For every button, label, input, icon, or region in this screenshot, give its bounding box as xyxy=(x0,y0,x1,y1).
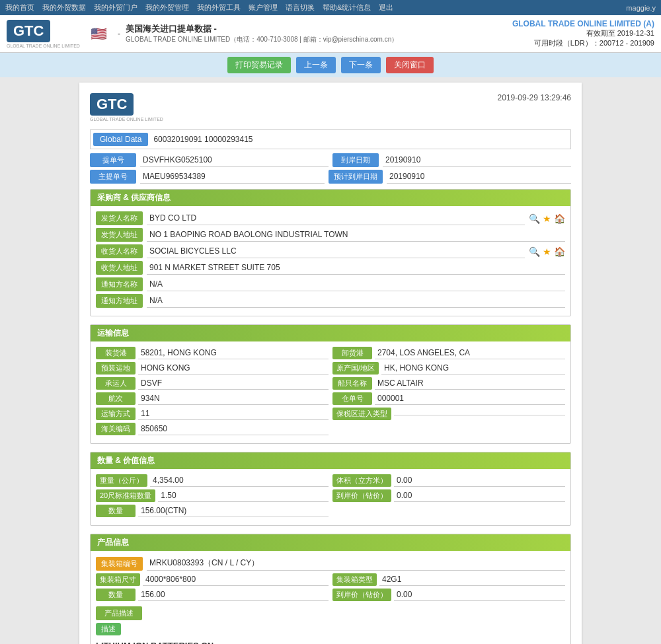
origin-port-pair: 装货港 58201, HONG KONG xyxy=(96,347,329,359)
nav-management[interactable]: 我的外贸管理 xyxy=(145,3,189,13)
consignee-name-label: 收货人名称 xyxy=(96,244,143,258)
close-button-top[interactable]: 关闭窗口 xyxy=(386,57,434,73)
arrival-price-pair: 到岸价（钻价） 0.00 xyxy=(332,489,565,502)
volume-label: 体积（立方米） xyxy=(332,474,391,487)
page-header: GTC GLOBAL TRADE ONLINE LIMITED 🇺🇸 - 美国海… xyxy=(0,15,661,53)
carrier-label: 承运人 xyxy=(96,377,136,390)
arrival-price-label: 到岸价（钻价） xyxy=(332,489,391,502)
transport-row: 运输方式 11 保税区进入类型 xyxy=(96,408,565,420)
desc-header-btn[interactable]: 描述 xyxy=(96,623,121,635)
container20-value: 1.50 xyxy=(158,489,329,502)
next-button-top[interactable]: 下一条 xyxy=(341,57,381,73)
nav-logout[interactable]: 退出 xyxy=(379,3,393,13)
nav-account[interactable]: 账户管理 xyxy=(249,3,278,13)
doc-logo-box: GTC xyxy=(90,93,134,116)
nav-trade-data[interactable]: 我的外贸数据 xyxy=(42,3,86,13)
product-section: 产品信息 集装箱编号 MRKU0803393（CN / L / CY） 集装箱尺… xyxy=(90,534,571,644)
nav-help[interactable]: 帮助&统计信息 xyxy=(323,3,371,13)
weight-value: 4,354.00 xyxy=(150,474,329,487)
shipper-star-icon[interactable]: ★ xyxy=(543,213,551,224)
pre-ship-row: 预装运地 HONG KONG 原产国/地区 HK, HONG KONG xyxy=(96,362,565,375)
doc-logo-sub: GLOBAL TRADE ONLINE LIMITED xyxy=(90,117,163,122)
consignee-name-row: 收货人名称 SOCIAL BICYCLES LLC 🔍 ★ 🏠 xyxy=(96,244,565,258)
customs-label: 海关编码 xyxy=(96,423,136,435)
dest-port-label: 卸货港 xyxy=(332,347,372,359)
validity-label: 有效期至 xyxy=(586,29,615,37)
consignee-addr-label: 收货人地址 xyxy=(96,261,143,275)
shipper-search-icon[interactable]: 🔍 xyxy=(529,213,540,224)
consignee-addr-row: 收货人地址 901 N MARKET STREET SUITE 705 xyxy=(96,261,565,275)
weight-label: 重量（公斤） xyxy=(96,474,147,487)
est-date-value: 20190910 xyxy=(387,170,571,184)
consignee-home-icon[interactable]: 🏠 xyxy=(554,246,565,257)
consignee-icons: 🔍 ★ 🏠 xyxy=(529,246,565,257)
print-button-top[interactable]: 打印贸易记录 xyxy=(227,57,291,73)
action-bar-top: 打印贸易记录 上一条 下一条 关闭窗口 xyxy=(0,53,661,77)
notify-addr-value: N/A xyxy=(147,295,565,308)
product-qty-pair: 数量 156.00 xyxy=(96,589,329,601)
bill-no-value: DSVFHKG0525100 xyxy=(140,154,329,167)
consignee-star-icon[interactable]: ★ xyxy=(543,246,551,257)
flag-separator: - xyxy=(118,29,120,38)
prev-button-top[interactable]: 上一条 xyxy=(296,57,336,73)
arrival-price2-value: 0.00 xyxy=(394,589,565,601)
container-type-value: 42G1 xyxy=(379,573,565,586)
main-document: GTC GLOBAL TRADE ONLINE LIMITED 2019-09-… xyxy=(79,83,582,644)
container20-label: 20尺标准箱数量 xyxy=(96,489,155,502)
ldr-info: 可用时段（LDR）：200712 - 201909 xyxy=(512,38,654,48)
validity-info: 有效期至 2019-12-31 xyxy=(512,28,654,38)
shipping-section-body: 装货港 58201, HONG KONG 卸货港 2704, LOS ANGEL… xyxy=(91,341,570,443)
arrival-price2-label: 到岸价（钻价） xyxy=(332,589,391,601)
nav-home[interactable]: 我的首页 xyxy=(5,3,34,13)
origin-country-pair: 原产国/地区 HK, HONG KONG xyxy=(332,362,565,375)
origin-country-value: HK, HONG KONG xyxy=(381,362,565,375)
desc-header-row: 描述 xyxy=(96,623,565,638)
global-data-row: Global Data 60032019091 10000293415 xyxy=(90,129,571,149)
arrival-date-value: 20190910 xyxy=(383,154,571,167)
product-qty-row: 数量 156.00 到岸价（钻价） 0.00 xyxy=(96,589,565,601)
shipper-name-value: BYD CO LTD xyxy=(147,212,525,225)
qty-pair: 数量 156.00(CTN) xyxy=(96,505,329,517)
container-no-value: MRKU0803393（CN / L / CY） xyxy=(147,556,565,571)
nav-language[interactable]: 语言切换 xyxy=(286,3,315,13)
product-section-body: 集装箱编号 MRKU0803393（CN / L / CY） 集装箱尺寸 400… xyxy=(91,551,570,644)
weight-pair: 重量（公斤） 4,354.00 xyxy=(96,474,329,487)
nav-portal[interactable]: 我的外贸门户 xyxy=(94,3,137,13)
nav-tools[interactable]: 我的外贸工具 xyxy=(197,3,241,13)
carrier-value: DSVF xyxy=(138,377,329,390)
pre-ship-pair: 预装运地 HONG KONG xyxy=(96,362,329,375)
shipper-addr-row: 发货人地址 NO 1 BAOPING ROAD BAOLONG INDUSTRI… xyxy=(96,228,565,242)
bill-no-label: 提单号 xyxy=(90,153,136,167)
quantity-section-header: 数量 & 价值信息 xyxy=(91,452,570,469)
consignee-addr-value: 901 N MARKET STREET SUITE 705 xyxy=(147,262,565,275)
logo: GTC GLOBAL TRADE ONLINE LIMITED xyxy=(7,20,80,48)
product-desc-section-label: 产品描述 xyxy=(96,606,142,620)
vessel-value: MSC ALTAIR xyxy=(375,377,565,390)
carrier-row: 承运人 DSVF 船只名称 MSC ALTAIR xyxy=(96,377,565,390)
notify-name-label: 通知方名称 xyxy=(96,277,143,291)
volume-pair: 体积（立方米） 0.00 xyxy=(332,474,565,487)
container-price-row: 20尺标准箱数量 1.50 到岸价（钻价） 0.00 xyxy=(96,489,565,502)
master-bill-row: 主提单号 MAEU969534389 预计到岸日期 20190910 xyxy=(90,170,571,184)
shipper-section-body: 发货人名称 BYD CO LTD 🔍 ★ 🏠 发货人地址 NO 1 BAOPIN… xyxy=(91,206,570,316)
document-header: GTC GLOBAL TRADE ONLINE LIMITED 2019-09-… xyxy=(90,93,571,122)
bill-no-row: 提单号 DSVFHKG0525100 到岸日期 20190910 xyxy=(90,153,571,167)
logo-area: GTC GLOBAL TRADE ONLINE LIMITED 🇺🇸 - 美国海… xyxy=(7,20,398,48)
shipper-section: 采购商 & 供应商信息 发货人名称 BYD CO LTD 🔍 ★ 🏠 发货人地址… xyxy=(90,189,571,316)
consignee-search-icon[interactable]: 🔍 xyxy=(529,246,540,257)
shipper-addr-value: NO 1 BAOPING ROAD BAOLONG INDUSTRIAL TOW… xyxy=(147,229,565,242)
desc-label-row: 产品描述 xyxy=(96,606,565,620)
customs-value: 850650 xyxy=(138,423,329,435)
port-row: 装货港 58201, HONG KONG 卸货港 2704, LOS ANGEL… xyxy=(96,347,565,359)
warehouse-value: 000001 xyxy=(375,392,565,405)
nav-links: 我的首页 我的外贸数据 我的外贸门户 我的外贸管理 我的外贸工具 账户管理 语言… xyxy=(5,3,393,13)
header-title-area: 美国海关进口提单数据 - GLOBAL TRADE ONLINE LIMITED… xyxy=(126,23,398,44)
shipping-section-header: 运输信息 xyxy=(91,325,570,341)
container-no-row: 集装箱编号 MRKU0803393（CN / L / CY） xyxy=(96,556,565,571)
doc-logo: GTC GLOBAL TRADE ONLINE LIMITED xyxy=(90,93,163,122)
shipper-home-icon[interactable]: 🏠 xyxy=(554,213,565,224)
product-section-header: 产品信息 xyxy=(91,534,570,551)
qty-value: 156.00(CTN) xyxy=(138,505,329,517)
qty-label: 数量 xyxy=(96,505,136,517)
warehouse-label: 仓单号 xyxy=(332,392,372,405)
